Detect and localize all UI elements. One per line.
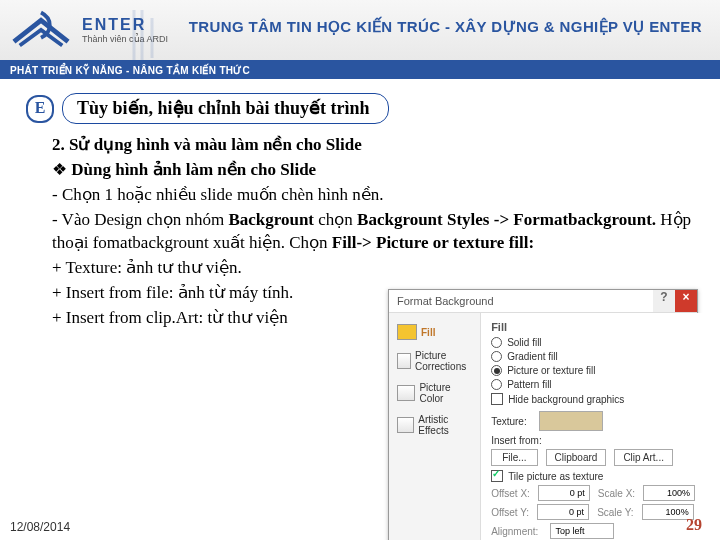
sidebar-item-fill[interactable]: Fill xyxy=(395,319,474,345)
page-number: 29 xyxy=(686,516,702,534)
sidebar-item-picture-corrections[interactable]: Picture Corrections xyxy=(395,345,474,377)
checkbox-tile[interactable]: Tile picture as texture xyxy=(491,470,720,482)
header-ribbon: PHÁT TRIỂN KỸ NĂNG - NÂNG TẦM KIẾN THỨC xyxy=(0,62,720,79)
footer-date: 12/08/2014 xyxy=(10,520,70,534)
texture-picker[interactable] xyxy=(539,411,603,431)
dialog-sidebar: Fill Picture Corrections Picture Color A… xyxy=(389,313,481,540)
format-background-dialog: Format Background ? × Fill Picture Corre… xyxy=(388,289,698,540)
center-title: TRUNG TÂM TIN HỌC KIẾN TRÚC - XÂY DỰNG &… xyxy=(189,18,702,36)
sidebar-item-artistic-effects[interactable]: Artistic Effects xyxy=(395,409,474,441)
decorative-divider-icon xyxy=(130,6,162,70)
dialog-title: Format Background xyxy=(389,295,494,307)
slide-content: E Tùy biến, hiệu chỉnh bài thuyết trình … xyxy=(0,79,720,330)
bullet-1: Dùng hình ảnh làm nền cho Slide xyxy=(71,160,316,179)
radio-solid-fill[interactable]: Solid fill xyxy=(491,337,720,348)
dialog-main: Fill Solid fill Gradient fill Picture or… xyxy=(481,313,720,540)
section-title: Tùy biến, hiệu chỉnh bài thuyết trình xyxy=(62,93,389,124)
file-button[interactable]: File... xyxy=(491,449,537,466)
section-letter: E xyxy=(26,95,54,123)
dash-1: - Chọn 1 hoặc nhiều slide muốn chèn hình… xyxy=(52,184,692,207)
app-header: ENTER Thành viên của ARDI TRUNG TÂM TIN … xyxy=(0,0,720,62)
close-button[interactable]: × xyxy=(675,290,697,312)
insert-from-label: Insert from: xyxy=(491,435,720,446)
radio-pattern-fill[interactable]: Pattern fill xyxy=(491,379,720,390)
texture-label: Texture: xyxy=(491,416,527,427)
radio-gradient-fill[interactable]: Gradient fill xyxy=(491,351,720,362)
brand-logo xyxy=(6,5,76,55)
offset-y-input[interactable]: 0 pt xyxy=(537,504,589,520)
help-button[interactable]: ? xyxy=(653,290,675,312)
radio-picture-fill[interactable]: Picture or texture fill xyxy=(491,365,720,376)
line-1: 2. Sử dụng hình và màu làm nền cho Slide xyxy=(52,135,362,154)
dash-2: - Vào Design chọn nhóm Backgrount chọn B… xyxy=(52,209,692,255)
group-title: Fill xyxy=(491,321,720,333)
offset-x-input[interactable]: 0 pt xyxy=(538,485,590,501)
checkbox-hide-bg[interactable]: Hide background graphics xyxy=(491,393,720,405)
sidebar-item-picture-color[interactable]: Picture Color xyxy=(395,377,474,409)
scale-x-input[interactable]: 100% xyxy=(643,485,695,501)
clipart-button[interactable]: Clip Art... xyxy=(614,449,673,466)
alignment-select[interactable]: Top left xyxy=(550,523,614,539)
plus-1: + Texture: ảnh tư thư viện. xyxy=(52,257,692,280)
clipboard-button[interactable]: Clipboard xyxy=(546,449,607,466)
dialog-titlebar: Format Background ? × xyxy=(389,290,697,313)
section-heading: E Tùy biến, hiệu chỉnh bài thuyết trình xyxy=(26,93,708,124)
